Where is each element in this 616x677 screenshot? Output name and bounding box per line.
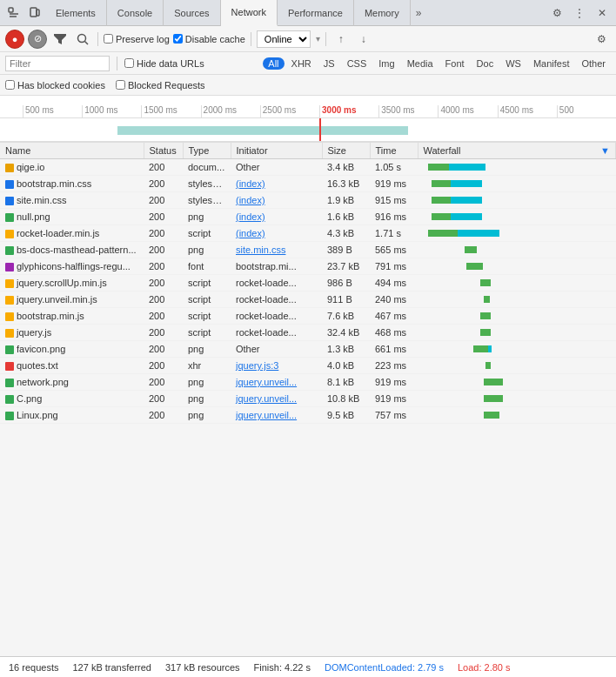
more-icon[interactable]: ⋮ — [569, 3, 590, 23]
filter-tag-js[interactable]: JS — [318, 57, 340, 70]
filter-icon[interactable] — [50, 30, 70, 49]
search-icon[interactable] — [73, 30, 92, 49]
scrollable-area[interactable]: 500 ms 1000 ms 1500 ms 2000 ms 2500 ms 3… — [0, 96, 616, 656]
blocked-requests-checkbox[interactable] — [116, 80, 125, 90]
disable-cache-checkbox[interactable] — [173, 34, 183, 44]
preserve-log-label[interactable]: Preserve log — [104, 34, 170, 44]
devtools-device-icon[interactable] — [24, 3, 45, 23]
table-row[interactable]: C.png 200 png jquery.unveil... 10.8 kB 9… — [0, 391, 616, 407]
hide-data-urls-label[interactable]: Hide data URLs — [124, 58, 204, 69]
toolbar-settings-icon[interactable]: ⚙ — [592, 30, 611, 49]
initiator-link[interactable]: (index) — [236, 178, 265, 189]
table-row[interactable]: null.png 200 png (index) 1.6 kB 916 ms — [0, 209, 616, 225]
blocked-cookies-text: Has blocked cookies — [17, 80, 105, 90]
filter-tag-doc[interactable]: Doc — [472, 57, 499, 70]
cell-status: 200 — [144, 275, 183, 292]
table-row[interactable]: bs-docs-masthead-pattern... 200 png site… — [0, 242, 616, 258]
cell-waterfall — [418, 358, 616, 374]
initiator-link[interactable]: jquery.unveil... — [236, 410, 297, 420]
close-icon[interactable]: ✕ — [592, 3, 613, 23]
waterfall-bar-main — [484, 395, 503, 402]
filter-tag-css[interactable]: CSS — [342, 57, 372, 70]
header-status[interactable]: Status — [144, 143, 183, 159]
table-row[interactable]: Linux.png 200 png jquery.unveil... 9.5 k… — [0, 407, 616, 424]
initiator-link[interactable]: (index) — [236, 211, 265, 222]
cell-status: 200 — [144, 176, 183, 192]
header-type[interactable]: Type — [183, 143, 231, 159]
initiator-link[interactable]: site.min.css — [236, 245, 285, 255]
tab-memory[interactable]: Memory — [354, 0, 411, 26]
table-row[interactable]: glyphicons-halflings-regu... 200 font bo… — [0, 258, 616, 275]
blocked-requests-label[interactable]: Blocked Requests — [116, 80, 205, 90]
filter-tag-font[interactable]: Font — [440, 57, 470, 70]
blocked-cookies-checkbox[interactable] — [5, 80, 15, 90]
table-row[interactable]: jquery.scrollUp.min.js 200 script rocket… — [0, 275, 616, 292]
cell-initiator: bootstrap.mi... — [231, 258, 322, 275]
initiator-link[interactable]: jquery.unveil... — [236, 393, 297, 404]
table-row[interactable]: qige.io 200 docum... Other 3.4 kB 1.05 s — [0, 159, 616, 176]
tab-network[interactable]: Network — [221, 0, 278, 26]
record-button[interactable]: ● — [5, 30, 24, 49]
table-row[interactable]: quotes.txt 200 xhr jquery.js:3 4.0 kB 22… — [0, 358, 616, 374]
ruler-tick-4000: 4000 ms — [438, 105, 497, 117]
cell-type: script — [183, 275, 231, 292]
initiator-link[interactable]: (index) — [236, 195, 265, 205]
initiator-link[interactable]: jquery.js:3 — [236, 360, 278, 371]
filter-tag-xhr[interactable]: XHR — [286, 57, 317, 70]
tab-bar-left: Elements Console Sources Network Perform… — [0, 0, 426, 26]
header-size[interactable]: Size — [322, 143, 370, 159]
cell-waterfall — [418, 159, 616, 176]
stop-button[interactable]: ⊘ — [28, 30, 47, 49]
cell-time: 757 ms — [370, 407, 418, 424]
timeline-ruler: 500 ms 1000 ms 1500 ms 2000 ms 2500 ms 3… — [0, 96, 616, 118]
svg-point-5 — [78, 34, 86, 42]
initiator-link[interactable]: (index) — [236, 228, 265, 238]
tab-console[interactable]: Console — [107, 0, 164, 26]
header-initiator[interactable]: Initiator — [231, 143, 322, 159]
table-row[interactable]: jquery.js 200 script rocket-loade... 32.… — [0, 325, 616, 341]
header-time[interactable]: Time — [370, 143, 418, 159]
hide-data-urls-checkbox[interactable] — [124, 58, 134, 68]
cell-name: jquery.js — [0, 325, 144, 341]
filter-tag-ws[interactable]: WS — [500, 57, 526, 70]
table-row[interactable]: site.min.css 200 stylesh... (index) 1.9 … — [0, 192, 616, 209]
table-row[interactable]: bootstrap.min.css 200 stylesh... (index)… — [0, 176, 616, 192]
cell-time: 223 ms — [370, 358, 418, 374]
cell-time: 791 ms — [370, 258, 418, 275]
cell-size: 1.9 kB — [322, 192, 370, 209]
cell-status: 200 — [144, 325, 183, 341]
network-table: Name Status Type Initiator Size Time Wat… — [0, 143, 616, 424]
preserve-log-checkbox[interactable] — [104, 34, 113, 44]
table-row[interactable]: rocket-loader.min.js 200 script (index) … — [0, 225, 616, 242]
tab-performance[interactable]: Performance — [278, 0, 354, 26]
table-row[interactable]: favicon.png 200 png Other 1.3 kB 661 ms — [0, 341, 616, 358]
table-row[interactable]: jquery.unveil.min.js 200 script rocket-l… — [0, 292, 616, 308]
filter-input[interactable] — [5, 56, 110, 71]
cell-name: jquery.scrollUp.min.js — [0, 275, 144, 292]
filter-tag-media[interactable]: Media — [402, 57, 439, 70]
settings-icon[interactable]: ⚙ — [546, 3, 567, 23]
filter-tag-manifest[interactable]: Manifest — [528, 57, 575, 70]
table-row[interactable]: bootstrap.min.js 200 script rocket-loade… — [0, 308, 616, 325]
cell-size: 16.3 kB — [322, 176, 370, 192]
tab-sources[interactable]: Sources — [164, 0, 220, 26]
import-icon[interactable]: ↑ — [331, 30, 351, 49]
header-waterfall[interactable]: Waterfall ▼ — [418, 143, 616, 159]
disable-cache-label[interactable]: Disable cache — [173, 34, 245, 44]
blocked-cookies-label[interactable]: Has blocked cookies — [5, 80, 105, 90]
tab-elements[interactable]: Elements — [45, 0, 107, 26]
network-throttle-select[interactable]: Online — [257, 30, 311, 48]
export-icon[interactable]: ↓ — [354, 30, 373, 49]
tab-more[interactable]: » — [411, 7, 427, 19]
svg-rect-0 — [9, 8, 13, 12]
devtools-inspect-icon[interactable] — [3, 3, 24, 23]
filter-tag-other[interactable]: Other — [576, 57, 611, 70]
table-row[interactable]: network.png 200 png jquery.unveil... 8.1… — [0, 374, 616, 391]
filter-tag-img[interactable]: Img — [373, 57, 399, 70]
waterfall-bar-main — [432, 180, 451, 187]
header-name[interactable]: Name — [0, 143, 144, 159]
ruler-tick-2500: 2500 ms — [260, 105, 319, 117]
initiator-link[interactable]: jquery.unveil... — [236, 377, 297, 387]
filter-tag-all[interactable]: All — [263, 57, 284, 70]
cell-time: 467 ms — [370, 308, 418, 325]
